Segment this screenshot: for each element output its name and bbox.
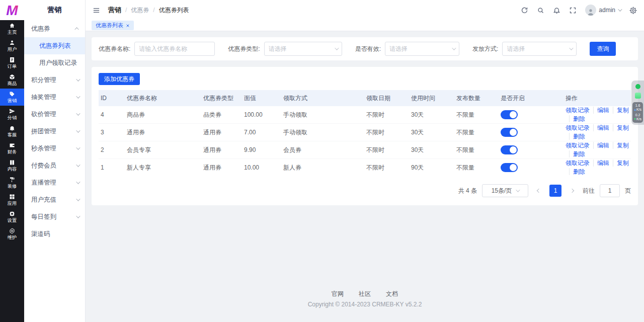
cell-publish-quantity: 不限量	[454, 106, 499, 124]
sidebar-item-coupon[interactable]: 优惠券	[24, 20, 85, 37]
cell-use-time: 30天	[409, 106, 454, 124]
total-count: 共 4 条	[458, 187, 477, 195]
action-copy[interactable]: 复制	[613, 142, 629, 149]
breadcrumb-coupon-list: 优惠券列表	[159, 6, 189, 15]
add-coupon-button[interactable]: 添加优惠券	[99, 73, 140, 85]
rail-item-maintain[interactable]: 维护	[0, 225, 24, 243]
action-delete[interactable]: 删除	[569, 115, 585, 122]
breadcrumb-coupon[interactable]: 优惠券	[131, 6, 149, 15]
search-icon[interactable]	[537, 7, 544, 14]
enable-toggle[interactable]	[501, 145, 518, 154]
page-1-button[interactable]: 1	[549, 185, 561, 197]
action-records[interactable]: 领取记录	[566, 159, 590, 167]
sidebar-item-group-buy[interactable]: 拼团管理	[24, 123, 85, 140]
sidebar-item-coupon-list[interactable]: 优惠券列表	[24, 37, 85, 54]
action-records[interactable]: 领取记录	[566, 107, 590, 114]
action-edit[interactable]: 编辑	[593, 159, 609, 167]
chevron-down-icon	[76, 77, 80, 81]
breadcrumb-marketing[interactable]: 营销	[108, 6, 121, 15]
chevron-down-icon	[76, 180, 80, 184]
validity-select[interactable]: 请选择	[385, 42, 459, 56]
table-row: 1 新人专享 通用券 10.00 新人券 不限时 90天 不限量 领取记录编辑复…	[99, 159, 631, 177]
rail-item-marketing[interactable]: 营销	[0, 89, 24, 106]
network-monitor-widget[interactable]: 1.6 K/s 0.2 K/s	[631, 80, 644, 125]
enable-toggle[interactable]	[501, 128, 518, 137]
send-method-select[interactable]: 请选择	[502, 42, 577, 56]
sidebar-item-receive-record[interactable]: 用户领取记录	[24, 54, 85, 71]
fullscreen-icon[interactable]	[569, 7, 577, 14]
app-logo[interactable]: M	[0, 0, 24, 20]
sidebar-item-paid-member[interactable]: 付费会员	[24, 157, 85, 174]
cell-face-value: 100.00	[242, 106, 281, 124]
rail-item-decorate[interactable]: 装修	[0, 174, 24, 191]
action-copy[interactable]: 复制	[613, 107, 629, 114]
table-header-row: ID优惠券名称优惠券类型面值领取方式领取日期使用时间发布数量是否开启操作	[99, 90, 631, 106]
rail-items: 主页 用户 订单 商品 营销 分销 客服 财务 内容 装修 应用 设置 维护	[0, 20, 24, 243]
distribution-icon	[9, 108, 15, 114]
notification-bell-icon[interactable]	[553, 7, 560, 14]
cell-publish-quantity: 不限量	[454, 141, 499, 159]
main-area: 营销 / 优惠券 / 优惠券列表 admin 优惠券列表	[86, 0, 644, 322]
rail-item-service[interactable]: 客服	[0, 123, 24, 140]
network-speeds: 1.6 K/s 0.2 K/s	[632, 102, 643, 123]
rail-item-user[interactable]: 用户	[0, 37, 24, 54]
action-delete[interactable]: 删除	[569, 133, 585, 140]
action-delete[interactable]: 删除	[569, 150, 585, 157]
upload-arrow-icon	[634, 109, 636, 111]
enable-toggle[interactable]	[501, 163, 518, 172]
prev-page-button[interactable]	[533, 185, 544, 197]
marketing-sidebar: 营销 优惠券 优惠券列表 用户领取记录 积分管理 抽奖管理 砍价管理 拼团管理 …	[24, 0, 86, 322]
rail-item-distribution[interactable]: 分销	[0, 106, 24, 123]
sidebar-item-daily-signin[interactable]: 每日签到	[24, 208, 85, 225]
refresh-icon[interactable]	[521, 7, 528, 14]
rail-item-home[interactable]: 主页	[0, 20, 24, 37]
action-copy[interactable]: 复制	[613, 159, 629, 167]
action-edit[interactable]: 编辑	[593, 142, 609, 149]
column-header: 发布数量	[454, 90, 499, 106]
settings-gear-icon[interactable]	[629, 7, 637, 14]
sidebar-item-bargain[interactable]: 砍价管理	[24, 106, 85, 123]
cell-coupon-type: 通用券	[201, 124, 242, 141]
rail-item-finance[interactable]: 财务	[0, 140, 24, 157]
next-page-button[interactable]	[567, 185, 578, 197]
chevron-down-icon	[516, 188, 520, 192]
cell-receive-date: 不限时	[364, 159, 409, 177]
action-records[interactable]: 领取记录	[566, 142, 590, 149]
coupon-type-select[interactable]: 请选择	[264, 42, 342, 56]
action-edit[interactable]: 编辑	[593, 124, 609, 131]
close-icon[interactable]	[126, 24, 130, 28]
footer-link-docs[interactable]: 文档	[386, 290, 398, 298]
rail-item-settings[interactable]: 设置	[0, 208, 24, 225]
footer-link-community[interactable]: 社区	[359, 290, 371, 298]
rail-item-app[interactable]: 应用	[0, 191, 24, 208]
sidebar-item-lottery[interactable]: 抽奖管理	[24, 89, 85, 106]
row-actions: 领取记录编辑复制删除	[564, 106, 631, 124]
action-copy[interactable]: 复制	[613, 124, 629, 131]
sidebar-item-channel-code[interactable]: 渠道码	[24, 225, 85, 243]
icon-rail: M 主页 用户 订单 商品 营销 分销 客服 财务 内容 装修 应用 设置	[0, 0, 24, 322]
decorate-icon	[9, 177, 15, 183]
rail-item-goods[interactable]: 商品	[0, 71, 24, 89]
column-header: 优惠券名称	[125, 90, 201, 106]
page-size-select[interactable]: 15条/页	[482, 184, 528, 197]
action-delete[interactable]: 删除	[569, 168, 585, 175]
action-edit[interactable]: 编辑	[593, 107, 609, 114]
action-records[interactable]: 领取记录	[566, 124, 590, 131]
sidebar-item-points[interactable]: 积分管理	[24, 71, 85, 89]
hamburger-menu-icon[interactable]	[93, 7, 100, 14]
search-button[interactable]: 查询	[590, 42, 616, 56]
cell-enabled	[499, 141, 564, 159]
rail-item-order[interactable]: 订单	[0, 54, 24, 71]
rail-item-content[interactable]: 内容	[0, 157, 24, 174]
tab-coupon-list[interactable]: 优惠券列表	[92, 21, 134, 30]
enable-toggle[interactable]	[501, 110, 518, 119]
footer-link-official[interactable]: 官网	[332, 290, 344, 298]
sidebar-item-seckill[interactable]: 秒杀管理	[24, 140, 85, 157]
sidebar-item-live[interactable]: 直播管理	[24, 174, 85, 191]
user-menu[interactable]: admin	[585, 5, 621, 16]
goto-page-input[interactable]	[600, 184, 620, 197]
coupon-name-input[interactable]	[134, 42, 215, 56]
cell-enabled	[499, 106, 564, 124]
sidebar-item-recharge[interactable]: 用户充值	[24, 191, 85, 208]
filter-send-method: 发放方式: 请选择	[472, 42, 577, 56]
